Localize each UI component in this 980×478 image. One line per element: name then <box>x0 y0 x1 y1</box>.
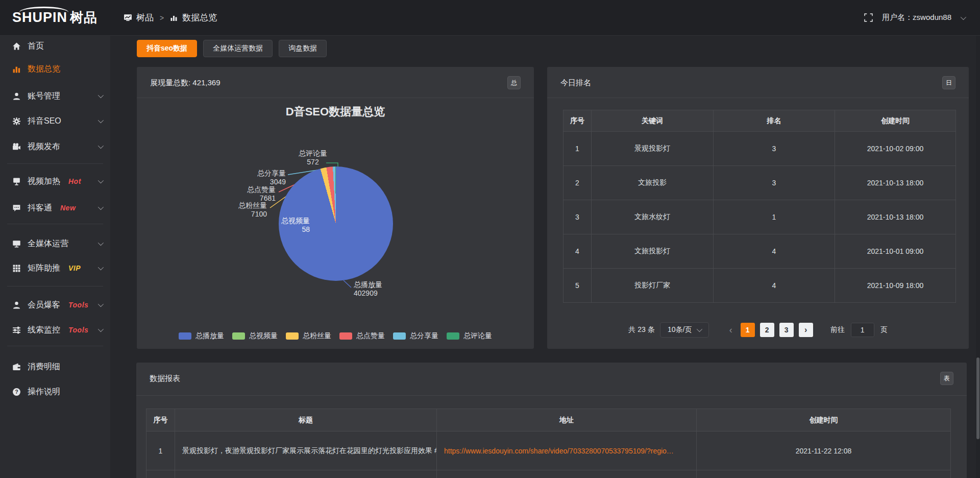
main-content: 抖音seo数据 全媒体运营数据 询盘数据 展现量总数: 421,369 总 D音… <box>110 36 980 478</box>
page-button-3[interactable]: 3 <box>779 323 794 337</box>
col-no: 序号 <box>564 110 592 132</box>
legend-item-videos[interactable]: 总视频量 <box>232 331 278 341</box>
table-mode-button[interactable]: 表 <box>940 372 953 385</box>
col-url: 地址 <box>437 409 697 432</box>
goto-label: 前往 <box>830 325 845 334</box>
pie-label-fans: 总粉丝量7100 <box>216 201 267 219</box>
new-badge: New <box>60 204 76 212</box>
legend-item-likes[interactable]: 总点赞量 <box>339 331 385 341</box>
page-button-1[interactable]: 1 <box>741 323 755 337</box>
goto-page-input[interactable] <box>851 323 874 337</box>
legend-swatch <box>286 332 299 340</box>
sidebar-item-label: 账号管理 <box>28 91 60 102</box>
total-mode-button[interactable]: 总 <box>507 76 521 89</box>
sidebar-item-label: 全媒体运营 <box>28 238 68 249</box>
sidebar-divider <box>7 346 103 346</box>
tools-badge: Tools <box>68 301 88 309</box>
monitor-small-icon <box>124 13 132 22</box>
data-report-panel: 数据报表 表 序号 标题 地址 创建时间 1 景观投影灯，夜游景观投影灯厂家展示… <box>136 363 967 478</box>
sidebar-item-media-operation[interactable]: 全媒体运营 <box>0 233 110 254</box>
sidebar-divider <box>7 224 103 224</box>
vertical-scrollbar[interactable] <box>976 36 980 478</box>
col-created: 创建时间 <box>697 409 951 432</box>
username-label[interactable]: 用户名：zswodun88 <box>882 13 951 22</box>
sidebar-item-douketong[interactable]: 抖客通 New <box>0 198 110 218</box>
scrollbar-thumb[interactable] <box>976 357 979 439</box>
prev-page-button[interactable]: ‹ <box>726 325 736 336</box>
sidebar-item-video-heat[interactable]: 视频加热 Hot <box>0 171 110 192</box>
pie-label-shares: 总分享量3049 <box>235 169 286 186</box>
col-no: 序号 <box>146 409 175 432</box>
legend-item-fans[interactable]: 总粉丝量 <box>286 331 331 341</box>
data-tabs: 抖音seo数据 全媒体运营数据 询盘数据 <box>137 40 327 57</box>
table-row[interactable]: 1景观投影灯32021-10-02 09:00 <box>564 132 956 166</box>
chevron-down-icon <box>98 326 104 332</box>
report-panel-title: 数据报表 <box>150 374 180 384</box>
table-row[interactable]: 3文旅水纹灯12021-10-13 18:00 <box>564 200 956 234</box>
table-row[interactable]: 2文旅投影32021-10-13 18:00 <box>564 166 956 200</box>
page-size-select[interactable]: 10条/页 <box>660 322 709 338</box>
legend-swatch <box>393 332 406 340</box>
today-ranking-panel: 今日排名 日 序号 关键词 排名 创建时间 1景观投影灯32021-10-02 … <box>547 67 969 349</box>
sidebar-item-member-burst[interactable]: 会员爆客 Tools <box>0 295 110 315</box>
sidebar-item-help[interactable]: ? 操作说明 <box>0 381 110 402</box>
tools-badge: Tools <box>68 326 88 334</box>
chart-title: D音SEO数据量总览 <box>137 104 534 119</box>
hot-badge: Hot <box>68 177 81 185</box>
bar-chart-small-icon <box>170 14 178 22</box>
sidebar-item-douyin-seo[interactable]: 抖音SEO <box>0 111 110 131</box>
top-bar: SHUPIN树品 树品 > 数据总览 用户名：zswodun88 <box>0 0 980 36</box>
grid-icon <box>12 264 21 273</box>
sidebar-item-spending-detail[interactable]: 消费明细 <box>0 356 110 377</box>
chevron-down-icon <box>98 178 104 183</box>
page-button-2[interactable]: 2 <box>760 323 774 337</box>
day-mode-button[interactable]: 日 <box>942 76 955 89</box>
legend-item-plays[interactable]: 总播放量 <box>179 331 224 341</box>
report-table: 序号 标题 地址 创建时间 1 景观投影灯，夜游景观投影灯厂家展示展示落花灯在花… <box>146 409 951 478</box>
legend-swatch <box>232 332 245 340</box>
table-row[interactable]: 1 景观投影灯，夜游景观投影灯厂家展示展示落花灯在花园里的灯光投影应用效果 # … <box>146 432 951 470</box>
legend-item-comments[interactable]: 总评论量 <box>447 331 492 341</box>
sidebar-item-matrix-boost[interactable]: 矩阵助推 VIP <box>0 258 110 278</box>
tab-media-operation-data[interactable]: 全媒体运营数据 <box>203 40 273 57</box>
legend-swatch <box>339 332 352 340</box>
monitor-icon <box>12 240 21 248</box>
page-unit-label: 页 <box>880 325 888 334</box>
sidebar-item-label: 视频发布 <box>28 141 60 152</box>
ranking-table: 序号 关键词 排名 创建时间 1景观投影灯32021-10-02 09:00 2… <box>563 110 956 303</box>
sidebar-item-label: 操作说明 <box>28 387 60 397</box>
legend-item-shares[interactable]: 总分享量 <box>393 331 438 341</box>
breadcrumb: 树品 > 数据总览 <box>124 12 217 23</box>
sidebar-item-home[interactable]: 首页 <box>0 36 110 56</box>
sidebar-item-data-overview[interactable]: 数据总览 <box>0 59 110 79</box>
sidebar-item-lead-monitor[interactable]: 线索监控 Tools <box>0 320 110 340</box>
ranking-panel-title: 今日排名 <box>560 78 591 88</box>
breadcrumb-current[interactable]: 数据总览 <box>182 12 217 23</box>
logo: SHUPIN树品 <box>0 9 110 27</box>
movie-camera-icon <box>12 142 21 151</box>
chat-icon <box>12 204 21 212</box>
pie-chart-area: D音SEO数据量总览 总评论量572 总分享量3049 总点赞量7681 总粉丝… <box>137 98 534 349</box>
tab-douyin-seo-data[interactable]: 抖音seo数据 <box>137 40 197 57</box>
chevron-down-icon[interactable] <box>961 14 966 19</box>
sidebar-item-label: 抖音SEO <box>28 116 61 127</box>
impressions-total-label: 展现量总数: 421,369 <box>150 78 220 88</box>
table-header-row: 序号 标题 地址 创建时间 <box>146 409 951 432</box>
legend-swatch <box>179 332 191 340</box>
bar-chart-icon <box>12 65 21 74</box>
table-row[interactable]: 5投影灯厂家42021-10-09 18:00 <box>564 269 956 303</box>
fullscreen-icon[interactable] <box>864 13 873 22</box>
sliders-icon <box>12 326 21 334</box>
breadcrumb-root[interactable]: 树品 <box>136 12 154 23</box>
breadcrumb-separator: > <box>160 14 164 22</box>
sidebar-item-video-publish[interactable]: 视频发布 <box>0 136 110 157</box>
vip-badge: VIP <box>68 264 81 272</box>
seo-chart-panel: 展现量总数: 421,369 总 D音SEO数据量总览 总评论量572 总分享量… <box>137 67 534 349</box>
table-row[interactable]: 4文旅投影灯42021-10-01 09:00 <box>564 234 956 269</box>
video-url-link[interactable]: https://www.iesdouyin.com/share/video/70… <box>444 447 674 455</box>
tab-inquiry-data[interactable]: 询盘数据 <box>279 40 327 57</box>
sidebar-item-account[interactable]: 账号管理 <box>0 86 110 106</box>
pie-label-plays: 总播放量402909 <box>354 280 382 298</box>
next-page-button[interactable]: › <box>799 323 813 337</box>
sidebar-item-label: 首页 <box>28 41 44 52</box>
